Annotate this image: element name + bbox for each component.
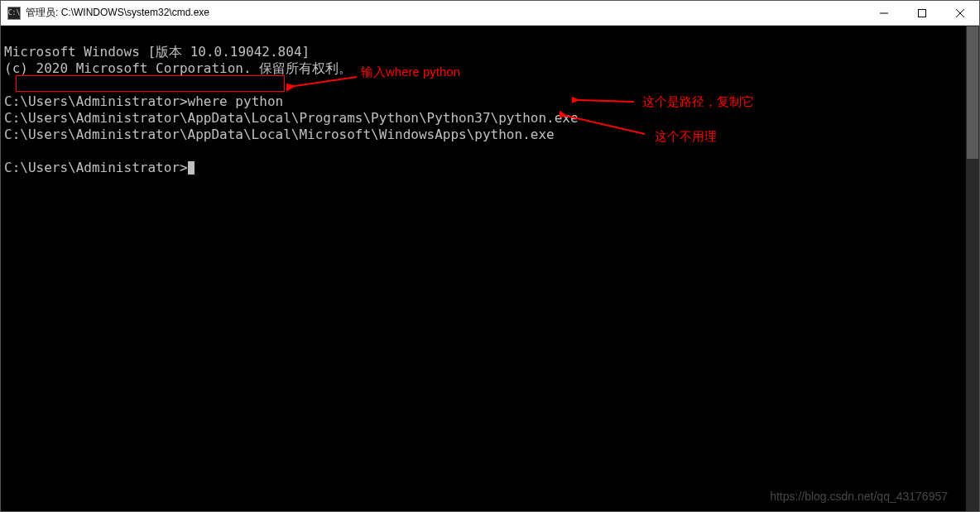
terminal-output-line: C:\Users\Administrator\AppData\Local\Mic… <box>4 127 963 143</box>
window-title: 管理员: C:\WINDOWS\system32\cmd.exe <box>26 6 865 20</box>
titlebar[interactable]: C:\ 管理员: C:\WINDOWS\system32\cmd.exe <box>1 1 979 26</box>
terminal-line: Microsoft Windows [版本 10.0.19042.804] <box>4 44 963 60</box>
cmd-icon: C:\ <box>7 7 21 20</box>
prompt-drive: C: <box>4 93 20 109</box>
maximize-button[interactable] <box>903 1 941 25</box>
terminal-content[interactable]: Microsoft Windows [版本 10.0.19042.804](c)… <box>1 26 966 511</box>
window-controls <box>865 1 979 25</box>
terminal-line <box>4 77 963 93</box>
terminal-output-line: C:\Users\Administrator\AppData\Local\Pro… <box>4 110 963 127</box>
terminal-prompt-line: C:\Users\Administrator> <box>4 160 963 176</box>
terminal-line: (c) 2020 Microsoft Corporation. 保留所有权利。 <box>4 60 963 77</box>
terminal-area: Microsoft Windows [版本 10.0.19042.804](c)… <box>1 26 979 511</box>
cursor <box>188 161 195 175</box>
prompt-path: \Users\Administrator> <box>20 93 187 109</box>
watermark: https://blog.csdn.net/qq_43176957 <box>770 488 948 505</box>
svg-rect-1 <box>919 9 926 17</box>
prompt-text: C:\Users\Administrator> <box>4 160 188 175</box>
scrollbar-thumb[interactable] <box>967 26 978 159</box>
scrollbar[interactable] <box>966 26 979 511</box>
prompt-command: where python <box>188 93 284 109</box>
minimize-button[interactable] <box>865 1 903 25</box>
terminal-line <box>4 143 963 160</box>
close-button[interactable] <box>941 1 979 25</box>
cmd-window: C:\ 管理员: C:\WINDOWS\system32\cmd.exe Mic… <box>0 0 980 512</box>
terminal-prompt-line: C:\Users\Administrator>where python <box>4 93 963 110</box>
